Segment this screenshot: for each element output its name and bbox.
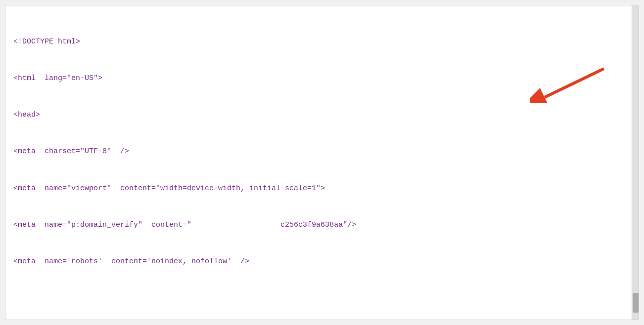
code-window: <!DOCTYPE html> <html lang="en-US"> <hea… (5, 5, 639, 320)
code-line-5: <meta name="viewport" content="width=dev… (13, 183, 631, 195)
code-block: <!DOCTYPE html> <html lang="en-US"> <hea… (13, 11, 631, 320)
code-line-7: <meta name='robots' content='noindex, no… (13, 256, 631, 268)
code-line-2: <html lang="en-US"> (13, 73, 631, 85)
scrollbar-track[interactable] (632, 5, 639, 320)
code-line-3: <head> (13, 109, 631, 122)
code-line-4: <meta charset="UTF-8" /> (13, 146, 631, 158)
scrollbar-thumb[interactable] (633, 293, 639, 313)
code-line-8 (13, 292, 631, 305)
code-line-6: <meta name="p:domain_verify" content=" c… (13, 219, 631, 232)
code-line-1: <!DOCTYPE html> (13, 36, 631, 48)
